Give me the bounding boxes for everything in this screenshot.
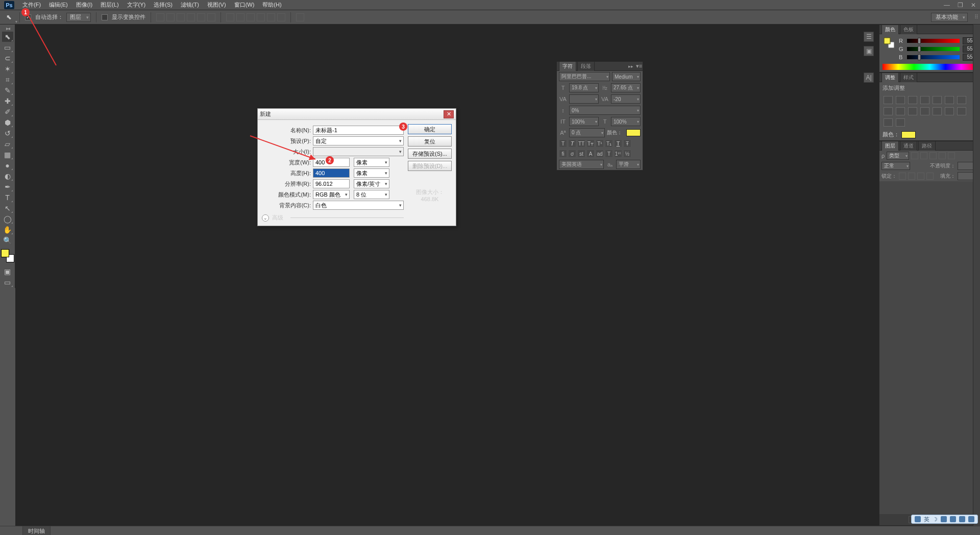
shape-tool[interactable]: ◯ xyxy=(2,214,13,224)
text-color-swatch[interactable] xyxy=(626,129,641,136)
ot-ad[interactable]: ad xyxy=(596,150,604,158)
menu-type[interactable]: 文字(Y) xyxy=(123,0,150,10)
tracking-select[interactable]: -20 xyxy=(611,94,641,104)
menu-help[interactable]: 帮助(H) xyxy=(258,0,285,10)
reset-button[interactable]: 复位 xyxy=(408,136,452,147)
depth-select[interactable]: 8 位 xyxy=(354,190,389,199)
advanced-toggle[interactable]: ⌄ xyxy=(262,214,269,222)
adj-curves-icon[interactable] xyxy=(908,96,917,104)
lang-select[interactable]: 美国英语 xyxy=(559,160,604,169)
quickmask-toggle[interactable]: ▣ xyxy=(2,266,13,277)
b-slider[interactable] xyxy=(907,55,960,59)
hue-strip[interactable] xyxy=(883,64,977,70)
magic-wand-tool[interactable]: ✶ xyxy=(2,64,13,74)
layer-list[interactable] xyxy=(879,181,980,514)
g-slider[interactable] xyxy=(907,47,960,51)
ot-st[interactable]: st xyxy=(577,150,585,158)
font-weight-select[interactable]: Medium xyxy=(612,72,641,81)
tab-swatches[interactable]: 色板 xyxy=(900,25,917,34)
filter-pixel-icon[interactable] xyxy=(911,152,918,159)
align-icon[interactable] xyxy=(207,13,215,21)
adj-vibrance-icon[interactable] xyxy=(933,96,942,104)
underline[interactable]: T xyxy=(614,139,622,148)
align-icon[interactable] xyxy=(197,13,205,21)
r-slider[interactable] xyxy=(907,39,960,43)
menu-layer[interactable]: 图层(L) xyxy=(96,0,122,10)
width-unit-select[interactable]: 像素 xyxy=(354,158,389,167)
distribute-icon[interactable] xyxy=(247,13,255,21)
tab-styles[interactable]: 样式 xyxy=(900,72,917,82)
menu-window[interactable]: 窗口(W) xyxy=(230,0,259,10)
distribute-icon[interactable] xyxy=(226,13,234,21)
adj-exposure-icon[interactable] xyxy=(920,96,929,104)
superscript[interactable]: T¹ xyxy=(596,139,604,148)
toolbar-grip-icon[interactable]: ▸◂ xyxy=(0,27,15,30)
adj-thresh-icon[interactable] xyxy=(957,107,966,115)
tab-paths[interactable]: 路径 xyxy=(918,141,936,151)
tab-character[interactable]: 字符 xyxy=(559,61,576,71)
ot-fi[interactable]: fi xyxy=(559,150,567,158)
align-icon[interactable] xyxy=(156,13,164,21)
height-input[interactable] xyxy=(313,168,350,178)
tab-color[interactable]: 颜色 xyxy=(881,25,899,34)
hscale2-input[interactable]: 100% xyxy=(611,117,641,126)
hscale-input[interactable]: 100% xyxy=(569,117,599,126)
right-scrollbar[interactable] xyxy=(973,25,980,526)
ot-t1[interactable]: T xyxy=(605,150,613,158)
menu-select[interactable]: 选择(S) xyxy=(150,0,177,10)
show-transform-checkbox[interactable] xyxy=(102,14,108,20)
resolution-input[interactable] xyxy=(313,179,350,188)
align-icon[interactable] xyxy=(166,13,175,21)
subscript[interactable]: T₁ xyxy=(605,139,613,148)
adj-selcolor-icon[interactable] xyxy=(896,118,905,127)
distribute-icon[interactable] xyxy=(277,13,285,21)
smallcaps[interactable]: Tᴛ xyxy=(586,139,595,148)
filter-shape-icon[interactable] xyxy=(939,152,946,159)
distribute-icon[interactable] xyxy=(236,13,244,21)
filter-adjust-icon[interactable] xyxy=(920,152,927,159)
menu-image[interactable]: 图像(I) xyxy=(72,0,96,10)
ot-1st[interactable]: 1ˢᵗ xyxy=(614,150,622,158)
menu-view[interactable]: 视图(V) xyxy=(203,0,230,10)
eyedropper-tool[interactable]: ✎ xyxy=(2,85,13,95)
screenmode-toggle[interactable]: ▭ xyxy=(2,277,13,287)
adjust-color-swatch[interactable] xyxy=(901,131,916,138)
ot-half[interactable]: ½ xyxy=(623,150,631,158)
panel-fg-swatch[interactable] xyxy=(884,38,891,44)
ok-button[interactable]: 确定 xyxy=(408,124,452,134)
lock-pixel-icon[interactable] xyxy=(908,173,915,180)
eraser-tool[interactable]: ▱ xyxy=(2,139,13,149)
adj-huesat-icon[interactable] xyxy=(945,96,954,104)
tab-channels[interactable]: 通道 xyxy=(900,141,917,151)
allcaps[interactable]: TT xyxy=(577,139,585,148)
bg-select[interactable]: 白色 xyxy=(313,201,404,210)
window-minimize[interactable]: — xyxy=(941,2,952,9)
faux-bold[interactable]: T xyxy=(559,139,567,148)
save-preset-button[interactable]: 存储预设(S)... xyxy=(408,149,452,159)
crop-tool[interactable]: ⌗ xyxy=(2,75,13,85)
baseline-input[interactable]: 0 点 xyxy=(569,128,605,137)
zoom-tool[interactable]: 🔍 xyxy=(2,235,13,246)
font-family-select[interactable]: 阿里巴巴普... xyxy=(559,72,610,81)
adj-levels-icon[interactable] xyxy=(896,96,905,104)
panel-collapse-icon[interactable]: ▸▸ xyxy=(628,64,633,69)
blur-tool[interactable]: ● xyxy=(2,160,13,171)
type-tool[interactable]: T xyxy=(2,192,13,203)
workspace-grip-icon[interactable]: ⠿ xyxy=(973,13,980,22)
preset-select[interactable]: 自定 xyxy=(313,136,404,145)
adj-bw-icon[interactable] xyxy=(884,107,893,115)
auto-align-icon[interactable] xyxy=(296,13,304,21)
faux-italic[interactable]: T xyxy=(568,139,576,148)
ot-a[interactable]: A xyxy=(586,150,595,158)
history-brush-tool[interactable]: ↺ xyxy=(2,128,13,138)
align-icon[interactable] xyxy=(177,13,185,21)
adj-colorbal-icon[interactable] xyxy=(957,96,966,104)
distribute-icon[interactable] xyxy=(267,13,275,21)
leading-select[interactable]: 27.65 点 xyxy=(611,83,641,92)
filter-type-icon[interactable] xyxy=(929,152,937,159)
hand-tool[interactable]: ✋ xyxy=(2,225,13,235)
lasso-tool[interactable]: ⊂ xyxy=(2,53,13,63)
gradient-tool[interactable]: ▦ xyxy=(2,150,13,160)
auto-select-target[interactable]: 图层 xyxy=(66,13,91,22)
menu-filter[interactable]: 滤镜(T) xyxy=(177,0,203,10)
